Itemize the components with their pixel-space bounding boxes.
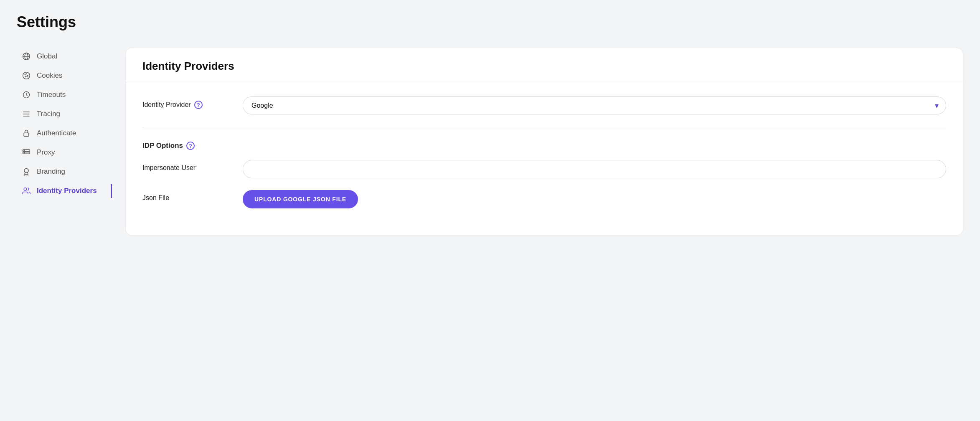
identity-provider-label-group: Identity Provider ? (142, 96, 226, 109)
page-title: Settings (17, 13, 963, 31)
identity-provider-control: Google GitHub OIDC SAML ▾ (243, 96, 946, 114)
content-title: Identity Providers (142, 60, 946, 73)
svg-point-18 (24, 169, 28, 173)
svg-point-19 (24, 188, 27, 191)
idp-options-section: IDP Options ? Impersonate User Json File (142, 142, 946, 222)
json-file-label: Json File (142, 194, 169, 202)
svg-point-6 (28, 75, 28, 76)
sidebar-label-cookies: Cookies (37, 71, 62, 80)
sidebar: Global Cookies (17, 48, 109, 200)
idp-options-help-icon[interactable]: ? (186, 142, 195, 150)
identity-provider-section: Identity Provider ? Google GitHub OIDC S… (142, 96, 946, 128)
svg-point-8 (27, 76, 27, 77)
svg-point-16 (24, 150, 24, 151)
sidebar-label-identity-providers: Identity Providers (37, 187, 97, 195)
json-file-control: UPLOAD GOOGLE JSON FILE (243, 190, 946, 208)
users-icon (22, 186, 31, 195)
cookie-icon (22, 71, 31, 80)
upload-google-json-button[interactable]: UPLOAD GOOGLE JSON FILE (243, 190, 358, 208)
sidebar-item-identity-providers[interactable]: Identity Providers (17, 182, 109, 200)
sidebar-item-tracing[interactable]: Tracing (17, 105, 109, 123)
identity-provider-help-icon[interactable]: ? (194, 101, 203, 109)
json-file-field-row: Json File UPLOAD GOOGLE JSON FILE (142, 190, 946, 208)
sidebar-item-branding[interactable]: Branding (17, 163, 109, 180)
sidebar-item-timeouts[interactable]: Timeouts (17, 86, 109, 104)
idp-options-label: IDP Options (142, 142, 183, 150)
svg-point-4 (25, 74, 25, 74)
sidebar-label-proxy: Proxy (37, 148, 55, 157)
sidebar-label-branding: Branding (37, 167, 65, 176)
sidebar-item-authenticate[interactable]: Authenticate (17, 124, 109, 142)
identity-provider-select-wrapper: Google GitHub OIDC SAML ▾ (243, 96, 946, 114)
award-icon (22, 167, 31, 176)
clock-icon (22, 90, 31, 99)
sidebar-item-proxy[interactable]: Proxy (17, 144, 109, 161)
identity-provider-select[interactable]: Google GitHub OIDC SAML (243, 96, 946, 114)
identity-provider-label: Identity Provider (142, 101, 191, 109)
content-header: Identity Providers (126, 48, 963, 83)
impersonate-user-label: Impersonate User (142, 164, 195, 172)
json-file-label-group: Json File (142, 190, 226, 202)
list-icon (22, 109, 31, 119)
svg-point-7 (25, 76, 25, 76)
lock-icon (22, 129, 31, 138)
globe-icon (22, 52, 31, 61)
sidebar-label-tracing: Tracing (37, 110, 60, 118)
svg-point-5 (26, 74, 26, 74)
sidebar-label-timeouts: Timeouts (37, 91, 66, 99)
impersonate-user-input[interactable] (243, 160, 946, 178)
svg-point-17 (24, 153, 24, 153)
svg-rect-13 (24, 133, 29, 136)
impersonate-user-label-group: Impersonate User (142, 160, 226, 172)
server-icon (22, 148, 31, 157)
svg-point-3 (23, 72, 30, 79)
content-body: Identity Provider ? Google GitHub OIDC S… (126, 83, 963, 235)
sidebar-item-cookies[interactable]: Cookies (17, 67, 109, 84)
main-panel: Identity Providers Identity Provider ? G… (125, 48, 963, 236)
sidebar-label-global: Global (37, 52, 57, 61)
impersonate-user-control (243, 160, 946, 178)
sidebar-label-authenticate: Authenticate (37, 129, 76, 137)
sidebar-item-global[interactable]: Global (17, 48, 109, 65)
idp-options-label-group: IDP Options ? (142, 142, 946, 150)
identity-provider-field-row: Identity Provider ? Google GitHub OIDC S… (142, 96, 946, 114)
impersonate-user-field-row: Impersonate User (142, 160, 946, 178)
